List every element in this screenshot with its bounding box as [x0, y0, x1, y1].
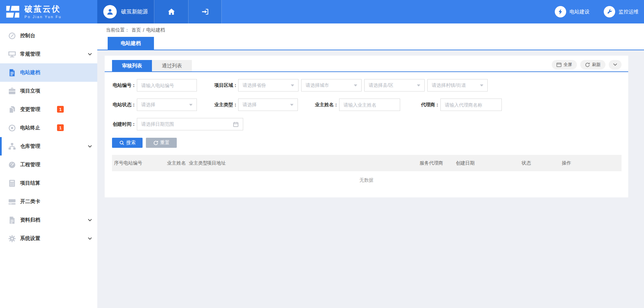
caret-down-icon	[189, 104, 193, 106]
fullscreen-button[interactable]: 全屏	[552, 60, 577, 69]
brand-subtitle: Po Jian Yun Fu	[24, 15, 62, 19]
sidebar-item-general-management[interactable]: 常规管理	[0, 45, 97, 63]
reset-button[interactable]: 重置	[146, 138, 177, 148]
owner-name-input[interactable]	[339, 99, 400, 111]
caret-down-icon	[290, 104, 293, 106]
brand-title: 破茧云伏	[24, 5, 62, 13]
card-header: 审核列表通过列表 全屏 刷新	[105, 56, 628, 72]
breadcrumb-current: 电站建档	[146, 27, 165, 33]
station-no-input[interactable]	[137, 79, 197, 91]
document-icon	[8, 69, 16, 77]
chevron-down-icon	[88, 237, 92, 240]
company-name: 破茧新能源	[121, 8, 148, 15]
sidebar-item-station-termination[interactable]: 电站终止1	[0, 119, 97, 137]
search-button[interactable]: 搜索	[112, 138, 143, 148]
column-header: 电站编号	[123, 160, 167, 166]
tab-review-list[interactable]: 审核列表	[112, 60, 152, 71]
sitemap-icon	[8, 142, 16, 150]
filter-form: 电站编号： 项目区域： 请选择省份请选择城市请选择县/区请选择村镇/街道 电站状…	[105, 72, 628, 130]
topbar: 破茧云伏 Po Jian Yun Fu 破茧新能源 电站建设监控运维	[0, 0, 644, 23]
region-selects: 请选择省份请选择城市请选择县/区请选择村镇/街道	[238, 79, 488, 91]
page-tab-station-filing[interactable]: 电站建档	[108, 37, 154, 50]
create-time-label: 创建时间：	[112, 121, 136, 127]
notification-badge: 1	[57, 106, 64, 113]
table-header: 序号电站编号业主姓名业主类型项目地址服务代理商创建日期状态操作	[112, 155, 622, 171]
agent-label: 代理商：	[416, 102, 440, 108]
column-header: 业主类型	[189, 160, 207, 166]
chevron-down-icon	[88, 219, 92, 222]
region-label: 项目区域：	[214, 82, 237, 88]
gauge-icon	[8, 161, 16, 169]
main-content: 当前位置： 首页 / 电站建档 电站建档 审核列表通过列表 全屏	[97, 23, 644, 308]
column-header: 序号	[112, 160, 123, 166]
station-status-select[interactable]: 请选择	[137, 99, 197, 111]
region-town-select[interactable]: 请选择村镇/街道	[427, 79, 488, 91]
caret-down-icon	[417, 84, 420, 86]
gear-icon	[8, 235, 16, 243]
region-province-select[interactable]: 请选择省份	[238, 79, 299, 91]
sidebar-item-console[interactable]: 控制台	[0, 26, 97, 45]
column-header: 状态	[522, 160, 562, 166]
reset-icon	[153, 140, 158, 145]
notification-badge: 1	[57, 124, 64, 131]
sidebar-item-station-filing[interactable]: 电站建档	[0, 63, 97, 82]
breadcrumb-home-link[interactable]: 首页	[131, 27, 141, 33]
station-status-label: 电站状态：	[112, 102, 136, 108]
brand-logo: 破茧云伏 Po Jian Yun Fu	[0, 0, 97, 23]
sidebar-item-system-settings[interactable]: 系统设置	[0, 229, 97, 248]
topbar-modules: 电站建设监控运维	[555, 0, 644, 23]
card-icon	[8, 198, 16, 206]
column-header: 操作	[562, 160, 622, 166]
monitor-icon	[8, 50, 16, 58]
user-segment[interactable]: 破茧新能源	[97, 0, 154, 23]
owner-name-label: 业主姓名：	[315, 102, 338, 108]
chevron-down-icon	[88, 53, 92, 56]
fullscreen-icon	[556, 63, 561, 67]
avatar	[103, 5, 117, 18]
target-icon	[8, 124, 16, 132]
collapse-toolbar-button[interactable]	[609, 60, 622, 69]
caret-down-icon	[354, 84, 357, 86]
home-button[interactable]	[154, 0, 189, 23]
owner-type-select[interactable]: 请选择	[238, 99, 298, 111]
module-monitoring-ops[interactable]: 监控运维	[604, 6, 639, 17]
home-icon	[168, 8, 175, 15]
sidebar-item-change-management[interactable]: 变更管理1	[0, 100, 97, 119]
page-tabstrip: 电站建档	[97, 37, 644, 50]
sidebar-item-engineering-management[interactable]: 工程管理	[0, 156, 97, 174]
breadcrumb-prefix: 当前位置：	[106, 27, 129, 33]
search-icon	[119, 140, 124, 145]
sidebar: 控制台常规管理电站建档项目立项变更管理1电站终止1仓库管理工程管理项目结算开二类…	[0, 23, 97, 308]
list-tabs: 审核列表通过列表	[112, 60, 622, 71]
region-county-select[interactable]: 请选择县/区	[364, 79, 425, 91]
date-range-input[interactable]: 请选择日期范围	[137, 118, 243, 130]
sidebar-item-project-initiation[interactable]: 项目立项	[0, 82, 97, 100]
sidebar-item-warehouse-management[interactable]: 仓库管理	[0, 137, 97, 156]
column-header: 创建日期	[456, 160, 522, 166]
sidebar-item-data-archive[interactable]: 资料归档	[0, 211, 97, 229]
logout-button[interactable]	[189, 0, 222, 23]
briefcase-icon	[8, 87, 16, 95]
tab-passed-list[interactable]: 通过列表	[152, 60, 192, 71]
logout-icon	[201, 8, 209, 15]
calendar-icon	[233, 121, 239, 127]
breadcrumb-separator: /	[143, 27, 144, 33]
column-header: 服务代理商	[420, 160, 456, 166]
owner-type-label: 业主类型：	[214, 102, 237, 108]
region-city-select[interactable]: 请选择城市	[301, 79, 362, 91]
refresh-icon	[585, 62, 590, 67]
agent-input[interactable]	[440, 99, 502, 111]
copy-icon	[8, 106, 16, 114]
archive-icon	[8, 216, 16, 224]
sidebar-item-second-class-card[interactable]: 开二类卡	[0, 192, 97, 211]
calculator-icon	[8, 179, 16, 187]
chevron-down-icon	[613, 63, 617, 66]
brand-logo-icon	[5, 5, 20, 18]
sidebar-item-project-settlement[interactable]: 项目结算	[0, 174, 97, 192]
breadcrumb: 当前位置： 首页 / 电站建档	[97, 23, 644, 37]
chevron-down-icon	[88, 145, 92, 148]
module-station-construction[interactable]: 电站建设	[555, 6, 590, 17]
caret-down-icon	[291, 84, 294, 86]
refresh-button[interactable]: 刷新	[580, 60, 605, 69]
lightning-icon	[555, 6, 566, 17]
